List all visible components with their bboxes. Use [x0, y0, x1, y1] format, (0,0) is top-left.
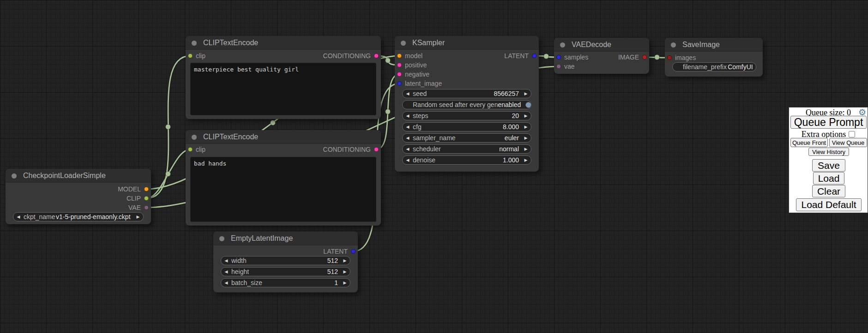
negative-input-dot[interactable]: [397, 72, 402, 77]
extra-options-checkbox[interactable]: [849, 131, 855, 137]
collapse-dot-icon[interactable]: [12, 173, 17, 178]
denoise-widget[interactable]: ◀ denoise 1.000 ▶: [402, 155, 531, 165]
denoise-decrement-icon[interactable]: ◀: [403, 158, 413, 162]
node-clip-text-encode-positive[interactable]: CLIPTextEncode clip CONDITIONING masterp…: [186, 36, 381, 119]
node-titlebar[interactable]: CLIPTextEncode: [186, 130, 381, 144]
node-title-text: CheckpointLoaderSimple: [23, 172, 106, 179]
input-positive: positive: [395, 60, 427, 70]
samples-input-dot[interactable]: [556, 55, 561, 59]
collapse-dot-icon[interactable]: [671, 42, 676, 48]
scheduler-decrement-icon[interactable]: ◀: [403, 147, 413, 151]
output-image: IMAGE: [618, 53, 649, 62]
wire-dot: [271, 120, 276, 125]
node-checkpoint-loader[interactable]: CheckpointLoaderSimple MODEL CLIP VAE ◀ …: [6, 169, 151, 224]
collapse-dot-icon[interactable]: [401, 41, 406, 46]
ckpt-name-decrement-icon[interactable]: ◀: [13, 214, 24, 219]
height-decrement-icon[interactable]: ◀: [221, 269, 231, 274]
node-titlebar[interactable]: CLIPTextEncode: [186, 36, 381, 50]
extra-options-row: Extra options: [789, 130, 868, 139]
height-widget[interactable]: ◀ height 512 ▶: [221, 267, 350, 276]
seed-widget[interactable]: ◀ seed 8566257 ▶: [402, 89, 531, 98]
sampler-name-widget[interactable]: ◀ sampler_name euler ▶: [402, 133, 531, 143]
clip-input-dot[interactable]: [188, 54, 193, 58]
output-model: MODEL: [118, 184, 151, 194]
node-vae-decode[interactable]: VAEDecode samples vae IMAGE: [554, 38, 649, 74]
queue-prompt-button[interactable]: Queue Prompt: [790, 116, 867, 129]
view-history-button[interactable]: View History: [808, 148, 849, 156]
steps-increment-icon[interactable]: ▶: [521, 113, 531, 118]
scheduler-widget[interactable]: ◀ scheduler normal ▶: [402, 144, 531, 154]
cfg-increment-icon[interactable]: ▶: [521, 125, 531, 129]
output-latent: LATENT: [504, 51, 539, 60]
batch-size-increment-icon[interactable]: ▶: [340, 280, 350, 285]
save-button[interactable]: Save: [812, 159, 845, 172]
conditioning-output-dot[interactable]: [374, 147, 379, 152]
vae-input-dot[interactable]: [556, 64, 561, 69]
load-button[interactable]: Load: [813, 172, 844, 184]
sampler-name-increment-icon[interactable]: ▶: [521, 136, 531, 140]
latent-output-dot[interactable]: [351, 249, 356, 254]
input-images: images: [665, 53, 696, 62]
node-title-text: SaveImage: [682, 41, 720, 48]
load-default-button[interactable]: Load Default: [796, 198, 862, 211]
node-titlebar[interactable]: KSampler: [395, 36, 539, 50]
width-decrement-icon[interactable]: ◀: [221, 258, 231, 263]
queue-front-button[interactable]: Queue Front: [790, 138, 828, 147]
node-title-text: CLIPTextEncode: [203, 39, 258, 47]
batch-size-widget[interactable]: ◀ batch_size 1 ▶: [221, 278, 350, 287]
node-graph-canvas[interactable]: CheckpointLoaderSimple MODEL CLIP VAE ◀ …: [0, 0, 868, 333]
height-increment-icon[interactable]: ▶: [340, 269, 350, 274]
sampler-name-decrement-icon[interactable]: ◀: [403, 136, 413, 140]
positive-prompt-textarea[interactable]: masterpiece best quality girl: [190, 63, 376, 115]
seed-decrement-icon[interactable]: ◀: [403, 91, 413, 96]
latent-image-input-dot[interactable]: [397, 81, 402, 86]
clip-output-dot[interactable]: [144, 196, 149, 201]
collapse-dot-icon[interactable]: [560, 42, 565, 48]
steps-decrement-icon[interactable]: ◀: [403, 113, 413, 118]
collapse-dot-icon[interactable]: [219, 236, 224, 241]
output-conditioning: CONDITIONING: [323, 51, 381, 60]
output-vae: VAE: [128, 203, 151, 212]
cfg-decrement-icon[interactable]: ◀: [403, 125, 413, 129]
node-ksampler[interactable]: KSampler model positive negative latent_…: [395, 36, 539, 172]
latent-output-dot[interactable]: [532, 54, 536, 58]
clip-input-dot[interactable]: [188, 147, 193, 152]
images-input-dot[interactable]: [667, 55, 672, 60]
node-titlebar[interactable]: SaveImage: [665, 38, 763, 52]
scheduler-increment-icon[interactable]: ▶: [521, 147, 531, 151]
clear-button[interactable]: Clear: [812, 185, 845, 197]
denoise-increment-icon[interactable]: ▶: [521, 158, 531, 162]
steps-widget[interactable]: ◀ steps 20 ▶: [402, 111, 531, 120]
random-seed-widget[interactable]: Random seed after every gen enabled: [402, 100, 531, 109]
ckpt-name-widget[interactable]: ◀ ckpt_name v1-5-pruned-emaonly.ckpt ▶: [13, 212, 144, 221]
view-queue-button[interactable]: View Queue: [829, 138, 867, 147]
conditioning-output-dot[interactable]: [374, 54, 379, 58]
comfy-menu-panel: Queue size: 0 ⚙ Queue Prompt Extra optio…: [789, 107, 868, 213]
seed-increment-icon[interactable]: ▶: [521, 91, 531, 96]
width-widget[interactable]: ◀ width 512 ▶: [221, 256, 350, 265]
width-increment-icon[interactable]: ▶: [340, 258, 350, 263]
wire-dot: [655, 55, 660, 60]
vae-output-dot[interactable]: [144, 205, 149, 210]
node-empty-latent-image[interactable]: EmptyLatentImage LATENT ◀ width 512 ▶ ◀ …: [213, 232, 358, 292]
collapse-dot-icon[interactable]: [192, 135, 197, 140]
model-input-dot[interactable]: [397, 54, 402, 58]
input-samples: samples: [554, 53, 588, 62]
collapse-dot-icon[interactable]: [192, 41, 197, 46]
input-model: model: [395, 51, 422, 60]
filename-prefix-widget[interactable]: filename_prefix ComfyUI: [672, 62, 756, 71]
random-seed-toggle[interactable]: [525, 102, 531, 108]
batch-size-decrement-icon[interactable]: ◀: [221, 280, 231, 285]
model-output-dot[interactable]: [144, 187, 149, 191]
cfg-widget[interactable]: ◀ cfg 8.000 ▶: [402, 122, 531, 131]
node-titlebar[interactable]: EmptyLatentImage: [213, 232, 358, 245]
positive-input-dot[interactable]: [397, 63, 402, 67]
ckpt-name-increment-icon[interactable]: ▶: [133, 214, 143, 219]
node-clip-text-encode-negative[interactable]: CLIPTextEncode clip CONDITIONING bad han…: [186, 130, 381, 226]
image-output-dot[interactable]: [642, 55, 647, 59]
negative-prompt-textarea[interactable]: bad hands: [190, 157, 376, 222]
node-titlebar[interactable]: VAEDecode: [554, 38, 649, 52]
node-save-image[interactable]: SaveImage images filename_prefix ComfyUI: [665, 38, 763, 77]
node-title-text: VAEDecode: [572, 41, 611, 48]
node-titlebar[interactable]: CheckpointLoaderSimple: [6, 169, 151, 183]
